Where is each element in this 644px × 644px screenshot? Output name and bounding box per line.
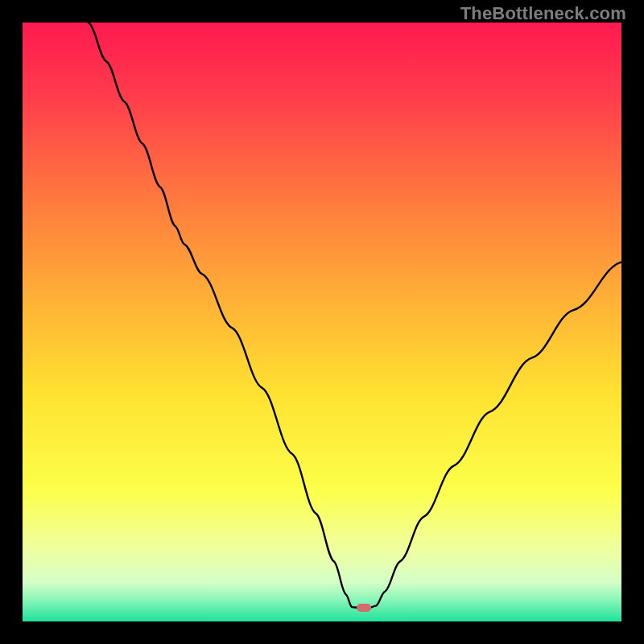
watermark-text: TheBottleneck.com (460, 3, 626, 24)
gradient-background (23, 23, 621, 621)
plot-area (23, 23, 621, 621)
minimum-marker (357, 604, 371, 612)
chart-svg (23, 23, 621, 621)
chart-frame: TheBottleneck.com (0, 0, 644, 644)
